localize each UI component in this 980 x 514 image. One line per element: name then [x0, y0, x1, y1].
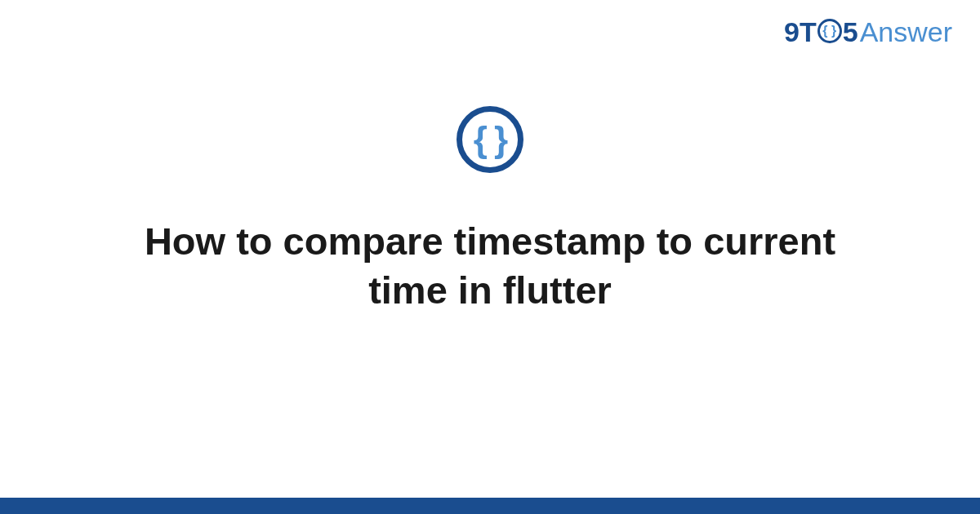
brand-ring-inner: { }	[822, 24, 836, 38]
brand-answer: Answer	[860, 16, 952, 48]
brand-nine: 9	[784, 16, 800, 48]
footer-bar	[0, 498, 980, 514]
main-content: { } How to compare timestamp to current …	[0, 106, 980, 315]
brand-logo-text: 9 T { } 5 Answer	[784, 16, 952, 48]
page-title: How to compare timestamp to current time…	[122, 217, 858, 315]
brand-five: 5	[843, 16, 858, 48]
brand-t: T	[800, 16, 817, 48]
brand-ring-icon: { }	[817, 19, 842, 43]
braces-glyph: { }	[474, 119, 506, 160]
code-braces-icon: { }	[457, 106, 523, 173]
